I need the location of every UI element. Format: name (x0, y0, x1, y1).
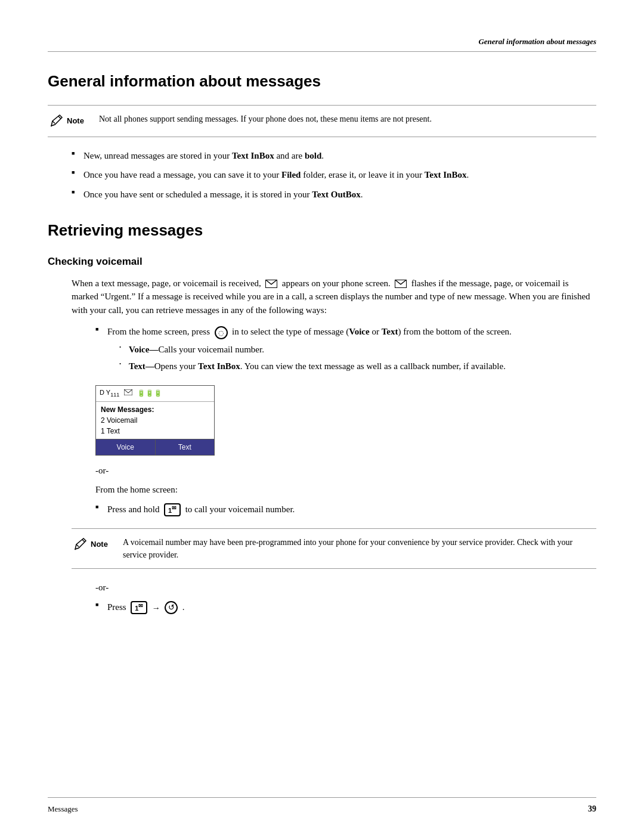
bullet-2: Once you have read a message, you can sa… (72, 168, 596, 182)
from-home-label: From the home screen: (95, 483, 596, 497)
text-button[interactable]: Text (156, 439, 215, 455)
page-header: General information about messages (48, 36, 596, 52)
section2-title: Retrieving messages (48, 219, 596, 242)
phone-screen-mockup: D Y111 🔋🔋🔋 New Messages: 2 Voicemail 1 T… (95, 385, 215, 456)
text-count: 1 Text (101, 426, 209, 436)
header-title: General information about messages (478, 36, 596, 48)
note-icon-2: Note (72, 536, 113, 553)
note-box-1: Note Not all phones support sending mess… (48, 105, 596, 137)
note-svg-icon-2 (72, 536, 88, 553)
sub-bullet-text: Text—Opens your Text InBox. You can view… (119, 360, 596, 373)
svg-marker-0 (51, 115, 62, 126)
voicemail-bullets: From the home screen, press ◌ in to sele… (95, 325, 596, 373)
checking-voicemail-title: Checking voicemail (48, 254, 596, 270)
one-key-icon-2: 1✉ (131, 601, 147, 614)
footer-page-number: 39 (588, 803, 596, 815)
bullet-3: Once you have sent or scheduled a messag… (72, 188, 596, 202)
voice-button[interactable]: Voice (96, 439, 156, 455)
arrow-icon: → (152, 603, 160, 612)
sub-bullets: Voice—Calls your voicemail number. Text—… (119, 343, 596, 373)
voicemail-count: 2 Voicemail (101, 415, 209, 426)
sub-bullet-voice: Voice—Calls your voicemail number. (119, 343, 596, 357)
press-nav-bullet: Press 1✉ → ↺ . (95, 600, 596, 615)
new-messages-label: New Messages: (101, 404, 209, 415)
svg-line-7 (76, 544, 79, 547)
note-label-1: Note (67, 115, 84, 127)
checking-voicemail-section: When a text message, page, or voicemail … (72, 277, 596, 615)
note-text-1: Not all phones support sending messages.… (99, 113, 596, 125)
footer-left: Messages (48, 803, 78, 815)
press-text: Press (107, 602, 126, 612)
or-label-1: -or- (95, 464, 596, 478)
section2: Retrieving messages Checking voicemail W… (48, 219, 596, 614)
note-box-2: Note A voicemail number may have been pr… (72, 528, 596, 569)
nav-circle-icon-2: ↺ (165, 601, 178, 614)
svg-line-8 (82, 540, 85, 542)
envelope-icon-1 (265, 280, 277, 288)
voicemail-bullet-1: From the home screen, press ◌ in to sele… (95, 325, 596, 373)
phone-buttons: Voice Text (96, 439, 214, 455)
battery-icon: 🔋🔋🔋 (137, 388, 162, 398)
checking-voicemail-body: When a text message, page, or voicemail … (72, 277, 596, 317)
press-nav-item: Press 1✉ → ↺ . (95, 600, 596, 615)
small-envelope-icon (124, 389, 132, 395)
signal-icon: D Y111 (100, 388, 119, 400)
envelope-icon-2 (395, 280, 407, 288)
press-hold-item: Press and hold 1✉ to call your voicemail… (95, 503, 596, 517)
or-label-2: -or- (95, 581, 596, 594)
section1-bullets: New, unread messages are stored in your … (72, 149, 596, 202)
note-text-2: A voicemail number may have been pre-pro… (123, 536, 596, 561)
one-key-icon: 1✉ (164, 503, 181, 516)
phone-content: New Messages: 2 Voicemail 1 Text (96, 402, 214, 439)
note-svg-icon (48, 113, 64, 129)
note-label-2: Note (91, 538, 108, 550)
note-icon-1: Note (48, 113, 89, 129)
svg-line-1 (52, 121, 55, 123)
section1-title: General information about messages (48, 70, 596, 93)
press-hold-bullet: Press and hold 1✉ to call your voicemail… (95, 503, 596, 517)
bullet-1: New, unread messages are stored in your … (72, 149, 596, 163)
phone-status-bar: D Y111 🔋🔋🔋 (96, 386, 214, 402)
envelope-status-icon (124, 388, 132, 398)
page-footer: Messages 39 (48, 797, 596, 815)
svg-marker-6 (75, 538, 86, 549)
nav-circle-icon-1: ◌ (215, 326, 228, 339)
page: General information about messages Gener… (0, 0, 644, 833)
svg-line-2 (58, 116, 61, 119)
